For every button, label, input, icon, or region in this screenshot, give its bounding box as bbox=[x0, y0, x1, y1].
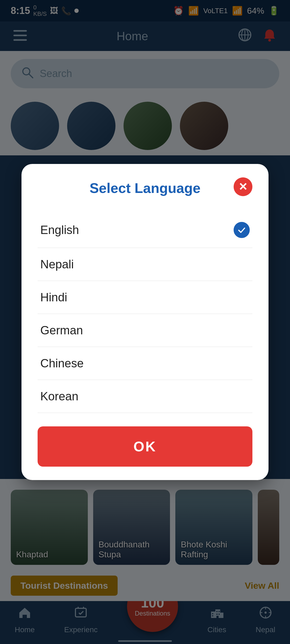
language-name-hindi: Hindi bbox=[40, 291, 67, 304]
language-item-korean[interactable]: Korean bbox=[38, 380, 252, 413]
language-name-english: English bbox=[40, 223, 79, 237]
modal-title: Select Language bbox=[89, 180, 200, 196]
check-icon-english bbox=[234, 222, 250, 238]
language-name-korean: Korean bbox=[40, 390, 78, 403]
language-name-german: German bbox=[40, 324, 83, 337]
language-name-nepali: Nepali bbox=[40, 258, 74, 271]
language-item-nepali[interactable]: Nepali bbox=[38, 248, 252, 281]
language-list: English Nepali Hindi German Chi bbox=[38, 212, 252, 413]
language-item-chinese[interactable]: Chinese bbox=[38, 347, 252, 380]
language-item-hindi[interactable]: Hindi bbox=[38, 281, 252, 314]
language-item-english[interactable]: English bbox=[38, 212, 252, 248]
modal-overlay: Select Language ✕ English Nepali bbox=[0, 0, 290, 644]
modal-header: Select Language ✕ bbox=[38, 180, 252, 196]
close-icon: ✕ bbox=[238, 181, 248, 193]
modal-close-button[interactable]: ✕ bbox=[234, 177, 252, 196]
language-modal: Select Language ✕ English Nepali bbox=[21, 164, 269, 480]
language-item-german[interactable]: German bbox=[38, 314, 252, 347]
language-name-chinese: Chinese bbox=[40, 357, 84, 370]
ok-button[interactable]: OK bbox=[38, 426, 252, 467]
